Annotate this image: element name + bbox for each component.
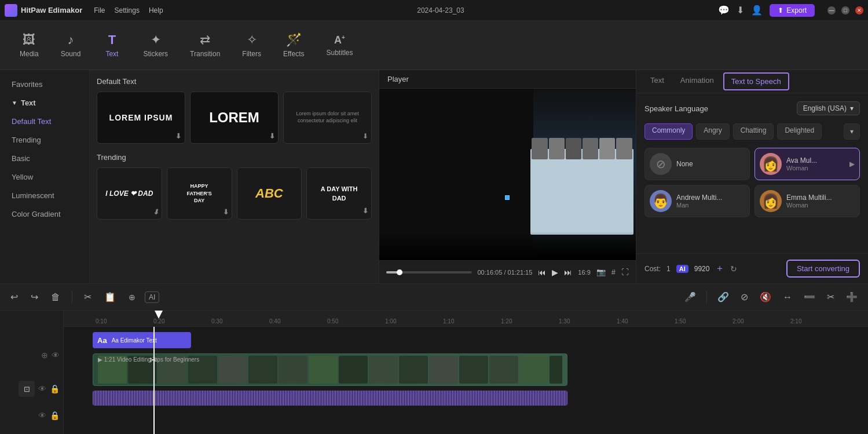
eye-icon-audio[interactable]: 👁 [38,411,46,420]
sidebar-item-favorites[interactable]: Favorites [2,75,87,93]
download-icon[interactable]: ⬇ [737,5,744,16]
chat-icon[interactable]: 💬 [718,5,730,16]
lock-icon-audio[interactable]: 🔒 [50,411,60,420]
voice-none[interactable]: ⊘ None [644,148,750,180]
tab-text[interactable]: Text [642,70,672,93]
magnet-icon[interactable]: ⊕ [41,351,48,360]
refresh-button[interactable]: ↻ [730,264,737,273]
thumb-6 [248,356,277,384]
zoom-out-button[interactable]: ➖ [800,289,819,305]
player-progress-handle[interactable] [397,269,402,275]
sticker-icon[interactable]: ⊡ [19,381,35,397]
toolbar-effects[interactable]: 🪄 Effects [275,29,312,61]
toolbar-transition[interactable]: ⇄ Transition [182,29,228,61]
tab-tts[interactable]: Text to Speech [723,72,789,90]
toolbar-subtitles[interactable]: A+ Subtitles [318,31,361,60]
sidebar-item-color-gradient[interactable]: Color Gradient [2,205,87,223]
text-card-abc[interactable]: ABC [237,167,302,220]
eye-icon-video[interactable]: 👁 [38,384,46,393]
download-icon-2: ⬇ [269,132,275,140]
text-track-controls: ⊕ 👁 [0,344,63,366]
category-commonly[interactable]: Commonly [644,123,693,140]
sidebar-item-text-header[interactable]: ▼ Text [2,94,87,112]
minimize-button[interactable]: — [827,6,836,14]
text-icon: T [108,32,116,48]
cut-button[interactable]: ✂ [80,289,95,305]
undo-button[interactable]: ↩ [7,289,21,305]
toolbar-text[interactable]: T Text [94,29,129,61]
prev-frame-button[interactable]: ⏮ [538,268,546,277]
voice-andrew[interactable]: 👨 Andrew Multi... Man [644,185,750,217]
credits-plus-button[interactable]: ＋ [715,262,724,275]
screenshot-icon[interactable]: 📷 [596,268,606,276]
player-screenshot [379,89,636,260]
sidebar-item-yellow[interactable]: Yellow [2,168,87,186]
snapshot-button[interactable]: 📋 [101,289,119,305]
play-button[interactable]: ▶ [552,268,558,277]
toolbar-filters[interactable]: ✧ Filters [234,29,269,61]
category-delighted[interactable]: Delighted [777,123,822,140]
andrew-info: Andrew Multi... Man [676,194,722,209]
loop-button[interactable]: ↔ [779,290,796,305]
split-audio-button[interactable]: ⊘ [737,289,752,305]
mute-button[interactable]: 🔇 [756,289,775,305]
category-angry[interactable]: Angry [696,123,729,140]
tab-animation[interactable]: Animation [672,70,722,93]
default-text-title: Default Text [97,77,372,86]
media-label: Media [20,50,39,58]
user-icon[interactable]: 👤 [751,5,763,16]
menu-settings[interactable]: Settings [115,6,140,14]
ava-info: Ava Mul... Woman [786,156,817,172]
player-controls: 00:16:05 / 01:21:15 ⏮ ▶ ⏭ 16:9 📷 # ⛶ [379,260,636,283]
ruler-1: 0:20 [153,318,164,324]
video-track-item[interactable]: ▶ 1:21 Video Editing Tips for Beginners [93,353,567,386]
close-button[interactable]: ✕ [855,6,863,14]
text-card-lorem-ipsum[interactable]: LOREM IPSUM ⬇ [97,92,185,144]
menu-file[interactable]: File [94,6,105,14]
player-viewport[interactable] [379,89,636,260]
sidebar-item-luminescent[interactable]: Luminescent [2,187,87,205]
split-button[interactable]: ⊕ [125,290,139,304]
titlebar: HitPaw Edimakor File Settings Help 2024-… [0,0,868,21]
language-select[interactable]: English (USA) ▾ [797,101,860,115]
category-expand-button[interactable]: ▾ [844,123,860,140]
ai-button[interactable]: AI [145,291,159,303]
text-card-lorem[interactable]: LOREM ⬇ [190,92,279,144]
text-track-item[interactable]: Aa Aa Edimakor Text [93,332,191,348]
text-card-body[interactable]: Lorem ipsum dolor sit amet consectetur a… [283,92,372,144]
aspect-ratio[interactable]: 16:9 [578,269,590,276]
toolbar-sound[interactable]: ♪ Sound [53,29,89,61]
sidebar-text-label: Text [21,99,36,107]
toolbar-stickers[interactable]: ✦ Stickers [135,29,176,61]
sidebar-item-default-text[interactable]: Default Text [2,112,87,130]
eye-icon-text[interactable]: 👁 [52,351,60,360]
grid-icon[interactable]: # [611,268,616,276]
text-card-day-with-dad[interactable]: A DAY WITHDAD ⬇ [306,167,372,220]
mic-button[interactable]: 🎤 [681,289,699,305]
link-audio-button[interactable]: 🔗 [714,289,733,305]
voice-ava[interactable]: 👩 Ava Mul... Woman ▶ [755,148,860,180]
ava-name: Ava Mul... [786,156,817,165]
audio-track-item[interactable] [93,391,567,406]
text-card-i-love-dad[interactable]: I LOVE ❤ DAD ⬇ [97,167,162,220]
maximize-button[interactable]: □ [841,6,849,14]
lock-icon[interactable]: 🔒 [50,384,60,393]
sidebar-item-basic[interactable]: Basic [2,149,87,167]
text-card-fathers-day[interactable]: HAPPYFATHER'SDAY ⬇ [167,167,232,220]
lorem-text: LOREM [209,110,259,126]
menu-help[interactable]: Help [149,6,163,14]
voice-emma[interactable]: 👩 Emma Multili... Woman [755,185,860,217]
export-button[interactable]: ⬆ Export [770,4,815,17]
player-progress-bar[interactable] [386,271,472,273]
sidebar-item-trending[interactable]: Trending [2,131,87,149]
next-frame-button[interactable]: ⏭ [564,268,572,277]
toolbar-media[interactable]: 🖼 Media [12,29,47,61]
zoom-in-button[interactable]: ➕ [843,289,861,305]
fullscreen-icon[interactable]: ⛶ [621,268,629,276]
redo-button[interactable]: ↪ [27,289,42,305]
category-chatting[interactable]: Chatting [733,123,774,140]
delete-button[interactable]: 🗑 [47,290,64,305]
ava-play-button[interactable]: ▶ [849,160,855,168]
start-converting-button[interactable]: Start converting [786,260,860,278]
cut2-button[interactable]: ✂ [823,289,838,305]
